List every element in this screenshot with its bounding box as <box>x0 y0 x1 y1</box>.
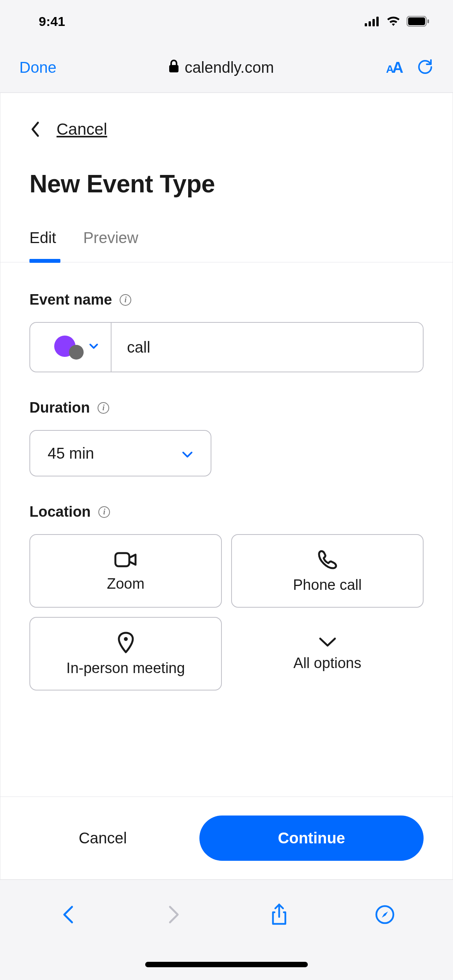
event-name-label: Event name i <box>29 291 424 308</box>
chevron-down-icon <box>318 636 337 649</box>
continue-button[interactable]: Continue <box>199 816 424 861</box>
tab-preview[interactable]: Preview <box>83 229 138 262</box>
location-option-all[interactable]: All options <box>231 617 424 690</box>
location-option-inperson[interactable]: In-person meeting <box>29 617 222 690</box>
cancel-row: Cancel <box>29 120 424 139</box>
safari-nav-bar: Done calendly.com AA <box>0 43 453 93</box>
safari-url-text: calendly.com <box>185 59 274 76</box>
lock-icon <box>168 59 179 76</box>
battery-icon <box>407 16 430 27</box>
status-bar: 9:41 <box>0 0 453 43</box>
page-content: Cancel New Event Type Edit Preview Event… <box>0 93 453 879</box>
form: Event name i Duration i 45 min <box>0 262 453 797</box>
browser-back-icon[interactable] <box>57 905 80 925</box>
event-name-input[interactable] <box>112 323 423 372</box>
page-header: Cancel New Event Type Edit Preview <box>0 93 453 262</box>
chevron-down-icon <box>89 343 98 351</box>
share-icon[interactable] <box>268 903 291 926</box>
info-icon[interactable]: i <box>98 402 109 414</box>
duration-value: 45 min <box>48 445 94 462</box>
browser-forward-icon <box>162 905 185 925</box>
svg-rect-2 <box>372 19 375 26</box>
status-time: 9:41 <box>39 14 65 29</box>
video-icon <box>114 550 138 569</box>
svg-rect-3 <box>376 17 379 26</box>
svg-rect-6 <box>427 19 429 23</box>
back-chevron-icon[interactable] <box>29 121 41 137</box>
duration-label: Duration i <box>29 399 424 416</box>
svg-rect-8 <box>115 553 129 566</box>
color-dot-sub <box>69 345 84 360</box>
cancel-link[interactable]: Cancel <box>57 120 107 139</box>
location-option-zoom[interactable]: Zoom <box>29 534 222 608</box>
phone-icon <box>317 549 338 571</box>
home-indicator-area <box>0 949 453 980</box>
event-name-row <box>29 322 424 372</box>
tabs: Edit Preview <box>0 229 453 262</box>
location-grid: Zoom Phone call In-person meeting All op… <box>29 534 424 690</box>
svg-point-9 <box>124 637 128 641</box>
text-size-button[interactable]: AA <box>386 59 402 76</box>
page-title: New Event Type <box>29 170 424 198</box>
safari-compass-icon[interactable] <box>373 905 396 925</box>
safari-actions: AA <box>386 58 434 77</box>
location-label: Location i <box>29 504 424 520</box>
svg-rect-1 <box>369 21 371 26</box>
location-pin-icon <box>117 631 134 654</box>
chevron-down-icon <box>182 445 193 462</box>
svg-rect-0 <box>365 23 367 26</box>
svg-rect-7 <box>169 65 178 72</box>
cellular-icon <box>365 16 380 26</box>
safari-done-button[interactable]: Done <box>19 59 57 76</box>
home-indicator[interactable] <box>145 962 308 967</box>
wifi-icon <box>386 16 401 27</box>
cancel-button[interactable]: Cancel <box>29 829 176 847</box>
safari-bottom-toolbar <box>0 879 453 949</box>
tab-edit[interactable]: Edit <box>29 229 56 262</box>
status-indicators <box>365 16 430 27</box>
form-footer: Cancel Continue <box>0 797 453 879</box>
info-icon[interactable]: i <box>120 294 131 306</box>
event-color-picker[interactable] <box>30 323 112 372</box>
safari-url-display[interactable]: calendly.com <box>168 59 274 76</box>
svg-rect-5 <box>408 17 425 25</box>
location-option-phone[interactable]: Phone call <box>231 534 424 608</box>
duration-select[interactable]: 45 min <box>29 430 211 476</box>
reload-icon[interactable] <box>417 58 434 77</box>
info-icon[interactable]: i <box>98 506 110 518</box>
